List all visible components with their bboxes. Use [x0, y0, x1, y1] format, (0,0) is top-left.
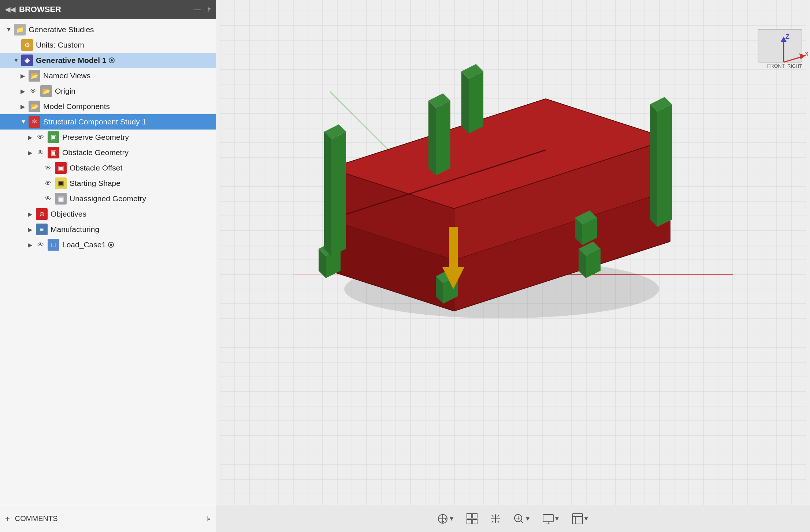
toolbar-settings-btn[interactable]: ▼	[569, 511, 591, 527]
toolbar-grid-btn[interactable]	[464, 511, 480, 527]
bottom-toolbar: ▼ ▼ ▼ ▼	[216, 505, 810, 532]
tree-item-origin[interactable]: ▶ 👁 📂 Origin	[0, 83, 216, 99]
toolbar-zoom-btn[interactable]: ▼	[511, 511, 533, 527]
expand-arrow-pg[interactable]: ▶	[28, 134, 36, 141]
expand-arrow[interactable]: ▼	[6, 26, 14, 33]
unassigned-icon: ▣	[55, 193, 67, 205]
tree-label-oo: Obstacle Offset	[70, 164, 122, 172]
tree-item-load-case[interactable]: ▶ 👁 □ Load_Case1	[0, 237, 216, 252]
manufacturing-icon: ≡	[36, 224, 48, 235]
tree-item-unassigned[interactable]: 👁 ▣ Unassigned Geometry	[0, 191, 216, 206]
expand-arrow-lc[interactable]: ▶	[28, 241, 36, 248]
eye-icon-origin[interactable]: 👁	[29, 86, 38, 96]
load-case-icon: □	[48, 239, 59, 251]
svg-rect-106	[473, 514, 477, 518]
svg-rect-89	[449, 227, 458, 267]
browser-header: ◀◀ BROWSER — ⊧	[0, 0, 216, 19]
tree-label: Generative Studies	[29, 25, 94, 34]
toolbar-display-btn[interactable]: ▼	[540, 511, 562, 527]
generative-model-icon: ◈	[21, 55, 33, 66]
browser-pin-icon[interactable]: ⊧	[207, 5, 211, 14]
comments-collapse-icon[interactable]: ⊧	[207, 514, 211, 523]
svg-text:Z: Z	[785, 33, 789, 40]
toolbar-settings-arrow: ▼	[583, 516, 589, 522]
tree-label-units: Units: Custom	[36, 41, 84, 49]
tree-label-ug: Unassigned Geometry	[70, 194, 146, 203]
tree-label-obj: Objectives	[51, 210, 86, 218]
tree-item-generative-model[interactable]: ▼ ◈ Generative Model 1	[0, 53, 216, 68]
expand-arrow-gm[interactable]: ▼	[13, 57, 21, 64]
pillar-far-right-right	[657, 104, 672, 227]
browser-title: BROWSER	[19, 5, 61, 14]
expand-arrow-origin[interactable]: ▶	[21, 88, 29, 95]
expand-arrow-nv[interactable]: ▶	[21, 72, 29, 79]
pillar-1-left	[324, 132, 331, 256]
preserve-icon: ▣	[48, 131, 59, 143]
units-icon: ⚙	[21, 39, 33, 51]
pillar-far-back-left	[461, 71, 469, 134]
tree-label-gm: Generative Model 1	[36, 56, 107, 65]
tree-item-obstacle-geom[interactable]: ▶ 👁 ▣ Obstacle Geometry	[0, 145, 216, 160]
toolbar-move-btn[interactable]: ▼	[435, 511, 457, 527]
target-icon-gm	[109, 57, 115, 63]
toolbar-arrow-down: ▼	[449, 516, 454, 522]
tree-item-starting-shape[interactable]: 👁 ▣ Starting Shape	[0, 176, 216, 191]
comments-add-icon[interactable]: +	[5, 514, 10, 524]
tree-label-origin: Origin	[55, 87, 75, 95]
comments-label: COMMENTS	[15, 514, 58, 523]
tree-item-structural-study[interactable]: ▼ ⚛ Structural Component Study 1	[0, 114, 216, 130]
comments-panel: + COMMENTS ⊧	[0, 505, 216, 532]
browser-options-icon[interactable]: —	[194, 6, 201, 14]
expand-arrow-mc[interactable]: ▶	[21, 103, 29, 110]
expand-arrow-og[interactable]: ▶	[28, 149, 36, 156]
tree-label-og: Obstacle Geometry	[62, 148, 129, 157]
named-views-icon: 📂	[29, 70, 40, 82]
tree-container: ▼ 📁 Generative Studies ⚙ Units: Custom ▼…	[0, 19, 216, 505]
tree-item-model-components[interactable]: ▶ 📂 Model Components	[0, 99, 216, 114]
expand-arrow-obj[interactable]: ▶	[28, 211, 36, 218]
collapse-icon[interactable]: ◀◀	[5, 5, 15, 14]
tree-item-units[interactable]: ⚙ Units: Custom	[0, 37, 216, 53]
svg-rect-108	[473, 520, 477, 524]
obstacle-offset-icon: ▣	[55, 162, 67, 174]
pillar-far-right-left	[650, 104, 657, 227]
eye-icon-oo[interactable]: 👁	[43, 163, 53, 173]
eye-icon-ug[interactable]: 👁	[43, 194, 53, 203]
study-icon: ⚛	[29, 116, 40, 128]
tree-item-obstacle-offset[interactable]: 👁 ▣ Obstacle Offset	[0, 160, 216, 176]
svg-text:X: X	[805, 51, 809, 57]
starting-shape-icon: ▣	[55, 177, 67, 189]
svg-rect-105	[467, 514, 471, 518]
svg-rect-116	[572, 514, 583, 524]
expand-arrow-mfg[interactable]: ▶	[28, 226, 36, 233]
toolbar-pan-btn[interactable]	[487, 511, 504, 527]
pillar-1-right	[331, 132, 346, 256]
eye-icon-pg[interactable]: 👁	[36, 132, 45, 142]
pillar-far-back-right	[469, 71, 483, 134]
pillar-mid-left-left	[428, 101, 436, 176]
tree-item-preserve[interactable]: ▶ 👁 ▣ Preserve Geometry	[0, 130, 216, 145]
target-icon-lc	[108, 242, 114, 248]
expand-arrow-ss[interactable]: ▼	[21, 119, 29, 125]
tree-item-manufacturing[interactable]: ▶ ≡ Manufacturing	[0, 222, 216, 237]
tree-item-objectives[interactable]: ▶ ⊕ Objectives	[0, 206, 216, 222]
origin-icon: 📂	[40, 85, 52, 97]
tree-item-named-views[interactable]: ▶ 📂 Named Views	[0, 68, 216, 83]
3d-scene: Z X FRONT RIGHT	[216, 0, 810, 505]
toolbar-zoom-arrow: ▼	[525, 516, 531, 522]
svg-rect-107	[467, 520, 471, 524]
folder-icon: 📁	[14, 24, 26, 35]
eye-icon-lc[interactable]: 👁	[36, 240, 45, 250]
eye-icon-sh[interactable]: 👁	[43, 179, 53, 188]
tree-item-generative-studies[interactable]: ▼ 📁 Generative Studies	[0, 22, 216, 37]
tree-label-sh: Starting Shape	[70, 179, 120, 188]
tree-label-pg: Preserve Geometry	[62, 133, 129, 142]
pillar-mid-left-right	[436, 101, 450, 176]
eye-icon-og[interactable]: 👁	[36, 148, 45, 157]
svg-rect-113	[543, 514, 553, 522]
obstacle-geom-icon: ▣	[48, 147, 59, 158]
svg-text:RIGHT: RIGHT	[787, 63, 802, 69]
tree-label-ss: Structural Component Study 1	[43, 117, 146, 126]
browser-panel: ◀◀ BROWSER — ⊧ ▼ 📁 Generative Studies ⚙ …	[0, 0, 216, 505]
tree-label-mc: Model Components	[43, 102, 110, 111]
